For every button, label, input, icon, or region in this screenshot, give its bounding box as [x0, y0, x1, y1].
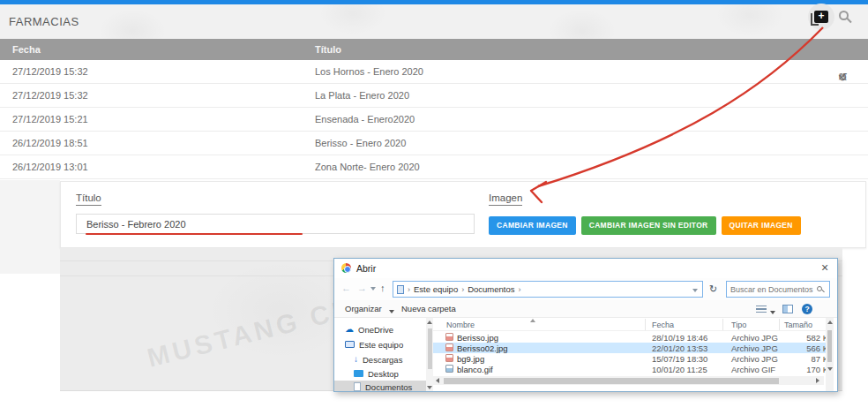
- dialog-body: ☁ OneDrive Este equipo ↓ Descargas Deskt…: [334, 318, 837, 392]
- breadcrumb-documentos[interactable]: Documentos: [468, 284, 514, 294]
- file-type: Archivo JPG: [731, 343, 778, 353]
- quitar-imagen-button[interactable]: QUITAR IMAGEN: [722, 216, 801, 235]
- file-type: Archivo GIF: [731, 365, 775, 374]
- cambiar-imagen-button[interactable]: CAMBIAR IMAGEN: [489, 216, 576, 235]
- dialog-sidebar: ☁ OneDrive Este equipo ↓ Descargas Deskt…: [334, 318, 426, 392]
- views-caret-icon[interactable]: [770, 311, 775, 314]
- table-row[interactable]: 27/12/2019 15:21 Ensenada - Enero2020: [0, 108, 868, 132]
- cambiar-imagen-sin-editor-button[interactable]: CAMBIAR IMAGEN SIN EDITOR: [581, 216, 716, 235]
- file-row[interactable]: Berisso.jpg 28/10/19 18:46 Archivo JPG 5…: [433, 332, 826, 343]
- dialog-title: Abrir: [356, 263, 376, 274]
- back-icon[interactable]: ←: [341, 283, 351, 293]
- scroll-up-icon[interactable]: [427, 321, 432, 324]
- cell-fecha: 26/12/2019 18:51: [12, 138, 88, 148]
- cell-fecha: 27/12/2019 15:21: [12, 114, 88, 124]
- up-icon[interactable]: ↑: [380, 283, 385, 293]
- file-row[interactable]: bg9.jpg 15/07/19 18:30 Archivo JPG 87 K: [433, 353, 826, 364]
- list-vertical-scrollbar[interactable]: [826, 318, 834, 392]
- scroll-down-icon[interactable]: [427, 386, 432, 389]
- cell-titulo: La Plata - Enero 2020: [315, 90, 409, 101]
- views-icon[interactable]: [756, 306, 767, 313]
- search-box: [726, 281, 830, 298]
- nueva-carpeta-button[interactable]: Nueva carpeta: [401, 304, 456, 313]
- cell-fecha: 26/12/2019 13:01: [12, 162, 88, 172]
- column-header-titulo: Título: [315, 44, 341, 55]
- file-row[interactable]: blanco.gif 10/01/20 11:25 Archivo GIF 17…: [433, 364, 826, 374]
- chrome-icon: [341, 263, 351, 273]
- file-list-header: Nombre Fecha Tipo Tamaño: [433, 318, 826, 331]
- cell-fecha: 27/12/2019 15:32: [12, 90, 88, 101]
- download-icon: ↓: [354, 355, 358, 364]
- scroll-down-icon[interactable]: [827, 367, 833, 371]
- preview-pane-icon[interactable]: [782, 305, 793, 313]
- breadcrumb-este-equipo[interactable]: Este equipo: [414, 284, 458, 294]
- search-icon[interactable]: [817, 286, 822, 291]
- scroll-right-icon[interactable]: [816, 378, 819, 383]
- dialog-titlebar[interactable]: Abrir ×: [334, 259, 837, 278]
- table-row[interactable]: 27/12/2019 15:32 La Plata - Enero 2020: [0, 84, 868, 108]
- sidebar-label: OneDrive: [358, 325, 393, 335]
- file-size: 582 K: [782, 333, 828, 343]
- cell-titulo: Zona Norte- Enero 2020: [315, 162, 420, 172]
- dialog-search-input[interactable]: [730, 283, 813, 296]
- forward-icon[interactable]: →: [357, 283, 367, 293]
- sidebar-label: Desktop: [368, 369, 399, 379]
- file-date: 15/07/19 18:30: [652, 354, 707, 364]
- file-list: Nombre Fecha Tipo Tamaño Berisso.jpg 28/…: [433, 318, 834, 392]
- table-row[interactable]: 26/12/2019 18:51 Berisso - Enero 2020: [0, 132, 868, 155]
- dialog-toolbar: Organizar Nueva carpeta ?: [334, 300, 837, 318]
- address-bar[interactable]: › Este equipo › Documentos ›: [393, 281, 703, 298]
- scroll-up-icon[interactable]: [827, 321, 833, 324]
- sidebar-item-descargas[interactable]: ↓ Descargas: [354, 353, 402, 366]
- cell-titulo: Ensenada - Enero2020: [315, 114, 415, 124]
- desktop-icon: [354, 370, 363, 377]
- sidebar-item-documentos[interactable]: Documentos: [334, 381, 426, 392]
- records-table: 27/12/2019 15:32 Los Hornos - Enero 2020…: [0, 60, 868, 179]
- horizontal-scrollbar[interactable]: [433, 376, 824, 385]
- file-type: Archivo JPG: [731, 333, 778, 343]
- search-icon[interactable]: [839, 11, 849, 20]
- delete-icon[interactable]: ×: [838, 71, 845, 85]
- organizar-caret-icon[interactable]: [389, 310, 394, 313]
- organizar-menu[interactable]: Organizar: [345, 304, 382, 313]
- col-tamano[interactable]: Tamaño: [784, 321, 812, 329]
- breadcrumb-separator: ›: [408, 285, 410, 294]
- file-row-selected[interactable]: Berisso02.jpg 22/01/20 13:53 Archivo JPG…: [433, 343, 826, 353]
- scrollbar-thumb[interactable]: [428, 328, 432, 369]
- screen: FARMACIAS + Fecha Título 27/12/2019 15:3…: [0, 0, 868, 415]
- file-type: Archivo JPG: [731, 354, 778, 364]
- col-tipo[interactable]: Tipo: [731, 321, 746, 329]
- address-dropdown-icon[interactable]: [692, 289, 698, 292]
- sidebar-item-este-equipo[interactable]: Este equipo: [345, 338, 403, 351]
- image-buttons: CAMBIAR IMAGEN CAMBIAR IMAGEN SIN EDITOR…: [489, 216, 801, 235]
- scroll-left-icon[interactable]: [436, 378, 439, 383]
- sidebar-item-desktop[interactable]: Desktop: [354, 367, 399, 380]
- file-name: bg9.jpg: [457, 354, 484, 364]
- recent-locations-icon[interactable]: [370, 287, 376, 290]
- titulo-input[interactable]: [76, 214, 475, 234]
- col-fecha[interactable]: Fecha: [652, 321, 674, 329]
- page-header: FARMACIAS: [0, 4, 868, 39]
- close-icon[interactable]: ×: [821, 260, 828, 275]
- col-nombre[interactable]: Nombre: [446, 321, 475, 329]
- table-row[interactable]: 26/12/2019 13:01 Zona Norte- Enero 2020: [0, 155, 868, 179]
- jpg-file-icon: [445, 354, 453, 362]
- sidebar-item-onedrive[interactable]: ☁ OneDrive: [345, 323, 393, 336]
- table-row[interactable]: 27/12/2019 15:32 Los Hornos - Enero 2020…: [0, 60, 868, 84]
- page-title: FARMACIAS: [9, 15, 79, 28]
- dialog-nav-row: ← → ↑ › Este equipo › Documentos › ↻: [334, 278, 837, 300]
- file-name: Berisso02.jpg: [457, 343, 508, 353]
- refresh-icon[interactable]: ↻: [709, 283, 717, 295]
- add-record-button[interactable]: +: [808, 4, 834, 30]
- sidebar-label: Descargas: [363, 355, 402, 365]
- file-size: 566 K: [782, 343, 828, 353]
- file-name: Berisso.jpg: [457, 333, 498, 343]
- plus-square-icon: +: [814, 11, 828, 23]
- scrollbar-thumb[interactable]: [827, 330, 832, 362]
- sidebar-scrollbar[interactable]: [426, 318, 433, 392]
- column-divider: [722, 319, 723, 330]
- location-icon: [397, 285, 404, 294]
- help-icon[interactable]: ?: [802, 304, 812, 314]
- document-icon: [354, 382, 361, 391]
- scrollbar-thumb[interactable]: [444, 378, 779, 384]
